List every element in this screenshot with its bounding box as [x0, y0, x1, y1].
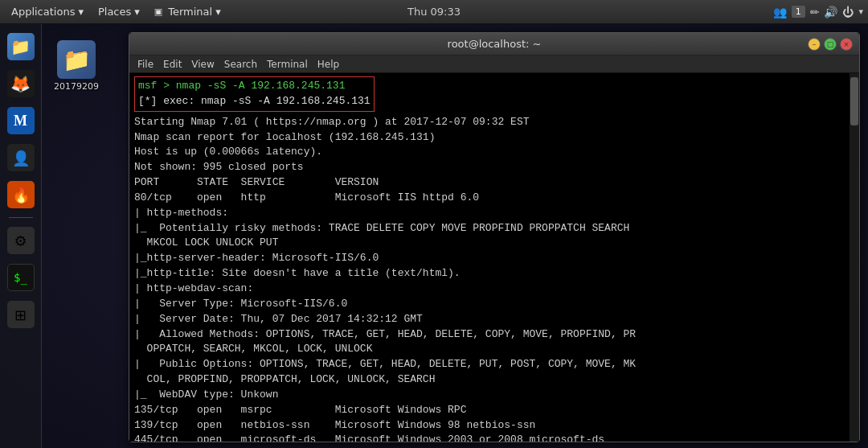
dock-divider [9, 217, 33, 218]
output-line-8: |_ Potentially risky methods: TRACE DELE… [134, 221, 845, 236]
applications-arrow: ▾ [78, 6, 84, 18]
burp-icon: 🔥 [7, 181, 35, 208]
output-line-21: 139/tcp open netbios-ssn Microsoft Windo… [134, 418, 845, 434]
output-line-4: Not shown: 995 closed ports [134, 160, 845, 175]
terminal-menubar: File Edit View Search Terminal Help [129, 55, 859, 73]
output-line-15: | Allowed Methods: OPTIONS, TRACE, GET, … [134, 327, 845, 343]
terminal-menu[interactable]: ▣ Terminal ▾ [148, 4, 227, 19]
minimize-button[interactable]: – [808, 38, 821, 51]
maximize-button[interactable]: □ [824, 38, 837, 51]
folder-icon: 📁 [57, 40, 96, 79]
armitage-icon: 👤 [7, 144, 35, 171]
command-highlight-box: msf > nmap -sS -A 192.168.245.131 [*] ex… [134, 76, 375, 112]
output-line-12: | http-webdav-scan: [134, 282, 845, 297]
sidebar-item-terminal[interactable]: $_ [5, 261, 37, 294]
metasploit-icon: M [7, 107, 35, 134]
places-arrow: ▾ [134, 6, 140, 18]
output-line-5: PORT STATE SERVICE VERSION [134, 175, 845, 191]
terminal-controls: – □ × [808, 38, 853, 51]
applications-label: Applications [11, 6, 75, 18]
menu-search[interactable]: Search [219, 57, 262, 72]
output-line-11: |_http-title: Site doesn't have a title … [134, 266, 845, 282]
output-line-22: 445/tcp open microsoft-ds Microsoft Wind… [134, 433, 845, 442]
command-line-1: msf > nmap -sS -A 192.168.245.131 [138, 79, 371, 94]
output-line-16: OPPATCH, SEARCH, MKCOL, LOCK, UNLOCK [134, 342, 845, 357]
output-line-19: |_ WebDAV type: Unkown [134, 388, 845, 403]
terminal-dock-icon: $_ [7, 264, 35, 291]
desktop-icon-label: 20179209 [54, 81, 99, 92]
apps-grid-icon: ⊞ [7, 301, 35, 328]
sidebar-item-settings[interactable]: ⚙ [5, 224, 37, 257]
scrollbar-thumb[interactable] [850, 77, 858, 125]
people-icon: 👥 [773, 6, 787, 18]
power-icon[interactable]: ⏻ [842, 6, 854, 18]
output-line-3: Host is up (0.00066s latency). [134, 145, 845, 160]
menu-view[interactable]: View [186, 57, 219, 72]
menu-terminal[interactable]: Terminal [262, 57, 313, 72]
output-line-20: 135/tcp open msrpc Microsoft Windows RPC [134, 403, 845, 418]
output-line-9: MKCOL LOCK UNLOCK PUT [134, 236, 845, 251]
desktop-icon-folder[interactable]: 📁 20179209 [48, 40, 104, 92]
sidebar-item-armitage[interactable]: 👤 [5, 142, 37, 174]
settings-icon: ⚙ [7, 227, 35, 254]
output-line-18: COL, PROPFIND, PROPPATCH, LOCK, UNLOCK, … [134, 372, 845, 388]
output-line-17: | Public Options: OPTIONS, TRACE, GET, H… [134, 357, 845, 372]
output-line-1: Starting Nmap 7.01 ( https://nmap.org ) … [134, 115, 845, 130]
sidebar-item-files[interactable]: 📁 [5, 31, 37, 63]
close-button[interactable]: × [840, 38, 853, 51]
workspace-badge[interactable]: 1 [792, 6, 805, 18]
command-line-2: [*] exec: nmap -sS -A 192.168.245.131 [138, 94, 371, 109]
output-line-14: | Server Date: Thu, 07 Dec 2017 14:32:12… [134, 312, 845, 327]
files-icon: 📁 [7, 33, 35, 60]
terminal-output[interactable]: msf > nmap -sS -A 192.168.245.131 [*] ex… [129, 73, 850, 442]
applications-menu[interactable]: Applications ▾ [5, 4, 90, 19]
pen-icon: ✏ [810, 6, 820, 18]
taskbar: Applications ▾ Places ▾ ▣ Terminal ▾ Thu… [0, 0, 868, 24]
taskbar-right: 👥 1 ✏ 🔊 ⏻ ▾ [773, 6, 863, 18]
menu-edit[interactable]: Edit [158, 57, 186, 72]
terminal-scrollbar[interactable] [850, 73, 859, 442]
terminal-arrow: ▾ [215, 6, 221, 18]
terminal-window: root@localhost: ~ – □ × File Edit View S… [129, 32, 860, 442]
desktop: 🐉 📁 🦊 M 👤 🔥 ⚙ $_ [0, 24, 868, 448]
sidebar-dock: 📁 🦊 M 👤 🔥 ⚙ $_ ⊞ [0, 24, 42, 448]
taskbar-clock: Thu 09:33 [407, 6, 461, 18]
menu-help[interactable]: Help [313, 57, 344, 72]
sidebar-item-apps[interactable]: ⊞ [5, 298, 37, 331]
volume-icon[interactable]: 🔊 [824, 6, 837, 18]
terminal-label: Terminal [168, 6, 212, 18]
sidebar-item-metasploit[interactable]: M [5, 105, 37, 137]
menu-file[interactable]: File [133, 57, 158, 72]
places-menu[interactable]: Places ▾ [92, 4, 146, 19]
sidebar-item-burp[interactable]: 🔥 [5, 179, 37, 211]
output-line-7: | http-methods: [134, 206, 845, 221]
terminal-title: root@localhost: ~ [448, 38, 542, 50]
taskbar-left: Applications ▾ Places ▾ ▣ Terminal ▾ [5, 4, 227, 19]
browser-icon: 🦊 [7, 70, 35, 97]
output-line-10: |_http-server-header: Microsoft-IIS/6.0 [134, 251, 845, 266]
output-line-2: Nmap scan report for localhost (192.168.… [134, 130, 845, 146]
sidebar-item-browser[interactable]: 🦊 [5, 68, 37, 100]
terminal-menu-icon: ▣ [154, 6, 162, 17]
places-label: Places [98, 6, 131, 18]
output-line-6: 80/tcp open http Microsoft IIS httpd 6.0 [134, 191, 845, 206]
terminal-titlebar: root@localhost: ~ – □ × [129, 33, 859, 55]
power-arrow[interactable]: ▾ [858, 6, 863, 17]
output-line-13: | Server Type: Microsoft-IIS/6.0 [134, 297, 845, 312]
terminal-body: msf > nmap -sS -A 192.168.245.131 [*] ex… [129, 73, 859, 442]
